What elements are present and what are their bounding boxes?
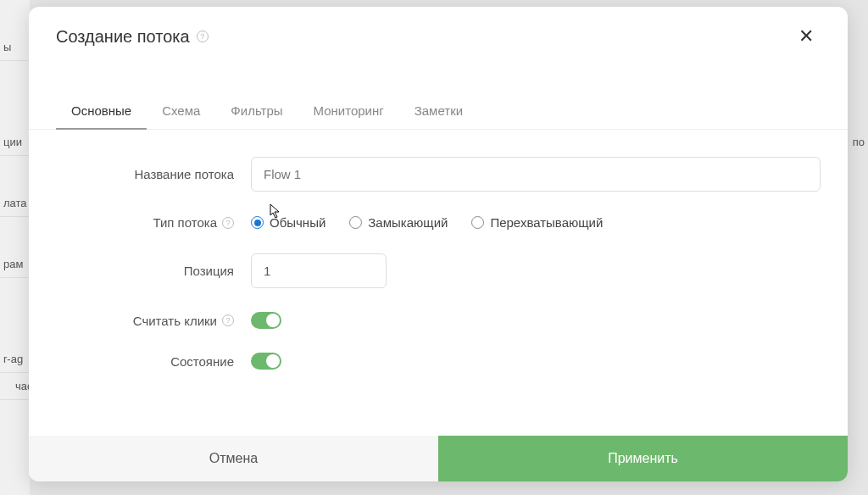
row-count-clicks: Считать клики ? [56,312,821,329]
bg-item: r-ag [0,346,30,373]
radio-normal[interactable]: Обычный [251,215,326,230]
row-flow-name: Название потока [56,157,821,192]
radio-icon [349,216,362,229]
radio-icon [251,216,264,229]
label-text: Название потока [134,167,234,181]
tab-scheme[interactable]: Схема [147,93,215,130]
radio-label: Замыкающий [368,215,448,230]
flow-name-input[interactable] [251,157,821,192]
radio-icon [471,216,484,229]
create-flow-modal: Создание потока ? ✕ Основные Схема Фильт… [29,7,848,481]
help-icon[interactable]: ? [222,217,234,229]
label-text: Тип потока [153,215,217,230]
flow-name-label: Название потока [56,167,251,181]
tab-main[interactable]: Основные [56,93,147,130]
count-clicks-label: Считать клики ? [56,314,251,328]
tab-notes[interactable]: Заметки [399,93,478,130]
bg-item: часов [0,373,30,400]
bg-right-text: по [853,136,865,148]
radio-intercepting[interactable]: Перехватывающий [471,215,603,230]
modal-title-text: Создание потока [56,27,190,47]
tab-filters[interactable]: Фильтры [215,93,298,130]
radio-label: Перехватывающий [490,215,603,230]
count-clicks-toggle[interactable] [251,312,281,329]
position-label: Позиция [56,264,251,278]
bg-item: ции [0,129,30,156]
modal-header: Создание потока ? ✕ [29,7,848,63]
position-input[interactable] [251,253,387,288]
state-label: Состояние [56,354,251,369]
label-text: Состояние [170,354,234,369]
tab-monitoring[interactable]: Мониторинг [298,93,399,130]
bg-item: лата [0,190,30,217]
row-flow-type: Тип потока ? Обычный Замыкающий Перехват… [56,215,821,230]
background-sidebar: ы ции лата рам r-ag часов [0,0,30,495]
cancel-button[interactable]: Отмена [29,436,438,481]
flow-type-label: Тип потока ? [56,215,251,230]
label-text: Позиция [184,264,234,278]
bg-item: ы [0,34,30,61]
bg-item: рам [0,251,30,278]
state-toggle[interactable] [251,353,281,370]
modal-footer: Отмена Применить [29,436,848,481]
row-position: Позиция [56,253,821,288]
radio-closing[interactable]: Замыкающий [349,215,448,230]
help-icon[interactable]: ? [222,314,234,326]
close-button[interactable]: ✕ [792,22,821,51]
apply-button[interactable]: Применить [438,436,848,481]
form-body: Название потока Тип потока ? Обычный Зам… [29,130,848,436]
close-icon: ✕ [798,25,814,47]
row-state: Состояние [56,353,821,370]
help-icon[interactable]: ? [197,31,209,42]
radio-label: Обычный [270,215,326,230]
modal-title: Создание потока ? [56,27,209,47]
tabs: Основные Схема Фильтры Мониторинг Заметк… [29,93,848,130]
label-text: Считать клики [133,314,217,328]
